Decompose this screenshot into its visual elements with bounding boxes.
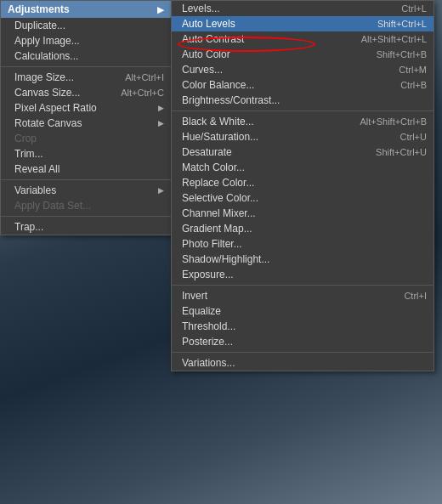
menu-item-label: Variables [14,184,56,196]
menu-item-desaturate[interactable]: Desaturate Shift+Ctrl+U [172,144,434,160]
menu-item-label: Image Size... [14,71,74,83]
shortcut-label: Shift+Ctrl+U [359,147,427,157]
shortcut-label: Shift+Ctrl+L [360,19,427,29]
menu-item-label: Apply Image... [14,35,80,47]
shortcut-label: Ctrl+I [387,291,427,301]
menu-item-black-white[interactable]: Black & White... Alt+Shift+Ctrl+B [172,114,434,129]
menu-item-selective-color[interactable]: Selective Color... [172,190,434,206]
menu-item-label: Reveal All [14,163,60,175]
menu-item-photo-filter[interactable]: Photo Filter... [172,236,434,252]
menu-item-auto-levels[interactable]: Auto Levels Shift+Ctrl+L [172,16,434,31]
separator [172,285,434,286]
menu-item-curves[interactable]: Curves... Ctrl+M [172,62,434,77]
menu-item-apply-data-set: Apply Data Set... [1,198,171,213]
shortcut-label: Alt+Shift+Ctrl+L [344,34,427,44]
separator [1,179,171,180]
menu-item-label: Auto Levels [182,18,235,30]
menu-item-label: Exposure... [182,269,234,280]
menu-item-reveal-all[interactable]: Reveal All [1,161,171,177]
shortcut-label: Alt+Ctrl+I [125,72,164,82]
menu-item-label: Invert [182,290,207,302]
menu-item-trap[interactable]: Trap... [1,219,171,235]
separator [1,66,171,67]
right-menu: Levels... Ctrl+L Auto Levels Shift+Ctrl+… [171,0,434,371]
menu-item-label: Trap... [14,221,43,233]
menu-item-label: Calculations... [14,50,78,62]
menu-item-label: Crop [14,133,37,144]
menu-item-image-size[interactable]: Image Size... Alt+Ctrl+I [1,70,171,85]
menu-item-label: Photo Filter... [182,238,242,250]
menu-item-channel-mixer[interactable]: Channel Mixer... [172,206,434,221]
menu-item-label: Color Balance... [182,79,254,91]
left-menu-header: Adjustments ▶ [1,1,171,18]
menu-item-rotate-canvas[interactable]: Rotate Canvas [1,116,171,131]
menu-item-levels[interactable]: Levels... Ctrl+L [172,1,434,16]
menu-item-label: Curves... [182,64,223,76]
menu-item-posterize[interactable]: Posterize... [172,334,434,349]
menu-item-auto-contrast[interactable]: Auto Contrast Alt+Shift+Ctrl+L [172,31,434,47]
menu-item-label: Shadow/Highlight... [182,253,269,265]
menu-item-label: Replace Color... [182,177,254,189]
menu-item-label: Black & White... [182,116,254,127]
menu-item-label: Duplicate... [14,20,65,31]
shortcut-label: Shift+Ctrl+B [360,49,427,59]
menu-item-label: Hue/Saturation... [182,131,258,143]
menu-item-threshold[interactable]: Threshold... [172,319,434,334]
menu-item-canvas-size[interactable]: Canvas Size... Alt+Ctrl+C [1,85,171,100]
menu-item-label: Trim... [14,148,43,160]
menu-item-label: Match Color... [182,161,245,173]
menu-item-label: Auto Color [182,48,230,60]
shortcut-label: Ctrl+L [384,3,427,14]
menu-item-equalize[interactable]: Equalize [172,303,434,319]
submenu-arrow-icon: ▶ [157,5,164,14]
menu-item-label: Channel Mixer... [182,207,256,219]
menu-item-label: Brightness/Contrast... [182,94,280,106]
menu-item-calculations[interactable]: Calculations... [1,48,171,64]
menu-item-match-color[interactable]: Match Color... [172,160,434,175]
menu-item-hue-saturation[interactable]: Hue/Saturation... Ctrl+U [172,129,434,144]
menu-item-label: Pixel Aspect Ratio [14,102,97,114]
menu-item-label: Variations... [182,357,235,369]
menu-item-label: Equalize [182,305,221,317]
menu-item-gradient-map[interactable]: Gradient Map... [172,221,434,236]
menu-item-label: Gradient Map... [182,223,252,235]
menu-item-exposure[interactable]: Exposure... [172,267,434,282]
menu-item-label: Levels... [182,3,220,14]
menu-item-label: Selective Color... [182,192,258,204]
menu-item-apply-image[interactable]: Apply Image... [1,33,171,48]
shortcut-label: Alt+Ctrl+C [121,88,164,98]
menu-item-crop: Crop [1,131,171,146]
menu-item-color-balance[interactable]: Color Balance... Ctrl+B [172,77,434,93]
shortcut-label: Ctrl+U [383,132,427,142]
menu-item-invert[interactable]: Invert Ctrl+I [172,288,434,303]
menu-item-shadow-highlight[interactable]: Shadow/Highlight... [172,252,434,267]
menu-item-trim[interactable]: Trim... [1,146,171,161]
shortcut-label: Alt+Shift+Ctrl+B [343,116,427,127]
menu-item-replace-color[interactable]: Replace Color... [172,175,434,190]
menu-item-label: Canvas Size... [14,87,80,99]
menu-item-label: Posterize... [182,336,233,348]
left-menu-title: Adjustments [8,3,70,15]
menu-item-label: Auto Contrast [182,33,244,45]
shortcut-label: Ctrl+M [382,65,427,75]
menu-item-label: Apply Data Set... [14,200,91,212]
shortcut-label: Ctrl+B [383,80,427,90]
menu-item-label: Threshold... [182,320,235,332]
menu-item-brightness-contrast[interactable]: Brightness/Contrast... [172,93,434,108]
menu-item-pixel-aspect[interactable]: Pixel Aspect Ratio [1,100,171,116]
separator [172,352,434,353]
menu-item-label: Rotate Canvas [14,117,82,129]
menu-item-auto-color[interactable]: Auto Color Shift+Ctrl+B [172,47,434,62]
separator [1,216,171,217]
separator [172,110,434,111]
left-menu: Adjustments ▶ Duplicate... Apply Image..… [0,0,172,235]
menu-item-label: Desaturate [182,146,232,158]
menu-item-variables[interactable]: Variables [1,183,171,198]
menu-item-variations[interactable]: Variations... [172,355,434,371]
menu-item-duplicate[interactable]: Duplicate... [1,18,171,33]
